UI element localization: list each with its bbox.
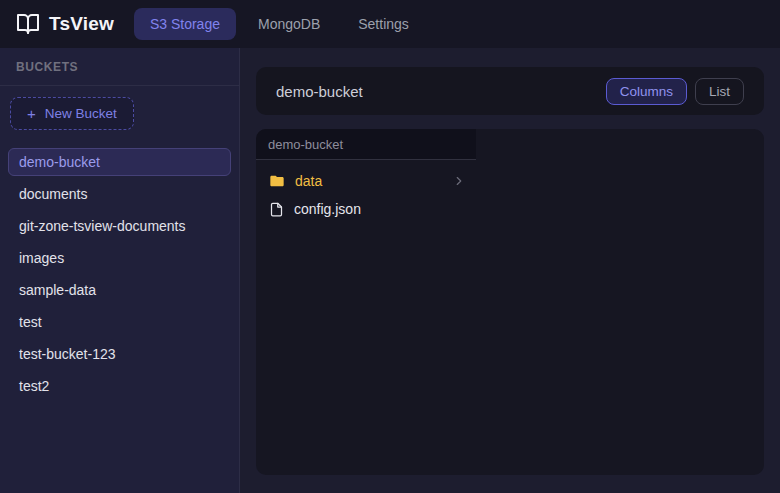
plus-icon: + [27,106,36,121]
sidebar-item-test[interactable]: test [0,306,239,338]
column-header-label: demo-bucket [268,137,343,152]
tab-mongodb[interactable]: MongoDB [242,8,336,40]
sidebar-item-documents[interactable]: documents [0,178,239,210]
app-window: TsView S3 Storage MongoDB Settings BUCKE… [0,0,780,493]
app-logo: TsView [16,12,114,36]
chevron-right-icon [452,174,466,188]
app-title: TsView [49,13,114,35]
sidebar-item-sample-data[interactable]: sample-data [0,274,239,306]
list-view-button[interactable]: List [695,78,744,105]
column-header: demo-bucket [256,129,476,160]
new-bucket-button[interactable]: + New Bucket [10,97,134,130]
sidebar-item-images[interactable]: images [0,242,239,274]
open-book-icon [16,12,40,36]
app-header: TsView S3 Storage MongoDB Settings [0,0,780,48]
folder-icon [269,173,285,189]
main-content: demo-bucket Columns List demo-bucket [240,48,780,493]
file-row-config-json[interactable]: config.json [256,195,476,223]
tab-settings[interactable]: Settings [342,8,425,40]
buckets-section-title: BUCKETS [16,60,78,74]
view-toggle-group: Columns List [606,78,744,105]
file-icon [269,202,284,217]
sidebar-item-test-bucket-123[interactable]: test-bucket-123 [0,338,239,370]
browser-column: demo-bucket data [256,129,476,475]
bucket-list: demo-bucket documents git-zone-tsview-do… [0,146,239,402]
bucket-title: demo-bucket [276,83,363,100]
main-nav-tabs: S3 Storage MongoDB Settings [134,8,425,40]
new-bucket-label: New Bucket [45,106,117,121]
file-browser-panel: demo-bucket data [256,129,764,475]
file-name: config.json [294,201,466,217]
sidebar-item-git-zone-tsview-documents[interactable]: git-zone-tsview-documents [0,210,239,242]
sidebar-item-test2[interactable]: test2 [0,370,239,402]
folder-name: data [295,173,442,189]
sidebar-section-header: BUCKETS [0,48,239,86]
bucket-toolbar: demo-bucket Columns List [256,67,764,115]
buckets-sidebar: BUCKETS + New Bucket demo-bucket documen… [0,48,240,493]
tab-s3-storage[interactable]: S3 Storage [134,8,236,40]
sidebar-item-demo-bucket[interactable]: demo-bucket [8,148,231,176]
folder-row-data[interactable]: data [256,167,476,195]
columns-view-button[interactable]: Columns [606,78,687,105]
